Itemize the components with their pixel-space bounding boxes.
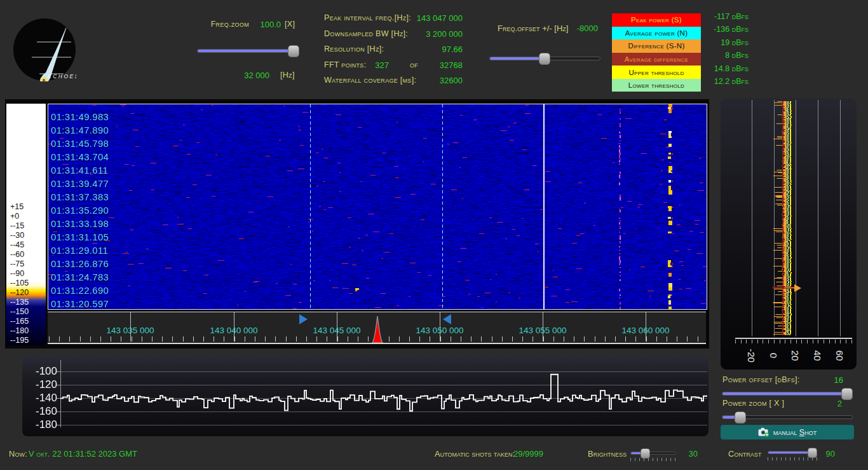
stat-downsampled-bw-value: 3 200 000 (356, 29, 463, 39)
db-scale-label: --135 (10, 298, 42, 307)
waterfall-canvas[interactable] (48, 104, 707, 310)
contrast-label: Contrast (728, 449, 761, 459)
power-axis-label: 40 (807, 349, 829, 363)
waterfall-timestamp: 01:31:29.011 (51, 245, 108, 256)
logo-text: ECHOES (48, 73, 76, 79)
db-scale-label: --165 (10, 317, 42, 326)
spectrum-canvas (22, 356, 709, 436)
frequency-axis: 143 035 000 143 040 000 143 045 000 143 … (48, 312, 706, 344)
power-zoom-value: 2 (823, 399, 842, 408)
slider-handle[interactable] (841, 388, 853, 400)
waterfall-timestamp: 01:31:22.690 (51, 285, 109, 296)
now-value: V окт. 22 01:31:52 2023 GMT (29, 449, 137, 459)
power-offset-slider[interactable] (722, 388, 853, 399)
legend-button-upper-threshold[interactable]: Upper threshold (612, 66, 701, 79)
freq-zoom-label: Freq.zoom (191, 20, 249, 29)
waterfall-timestamp: 01:31:26.876 (51, 258, 109, 270)
db-scale-label: +0 (10, 212, 42, 221)
now-label: Now: (9, 449, 27, 459)
db-scale-label: --120 (10, 288, 42, 297)
freq-tick-label: 143 050 000 (402, 326, 478, 335)
stat-resolution-value: 97.66 (356, 45, 463, 54)
slider-handle[interactable] (539, 53, 550, 65)
freq-offset-label: Freq.offset +/- [Hz] (498, 24, 568, 33)
stat-fft-points-total: 32768 (407, 60, 463, 70)
freq-zoom-slider[interactable] (197, 45, 299, 56)
slider-handle[interactable] (288, 45, 299, 57)
camera-icon (758, 427, 770, 437)
freq-zoom-unit: [X] (285, 20, 295, 29)
spectrum-y-label: -180 (24, 418, 57, 431)
slider-handle[interactable] (641, 448, 650, 459)
freq-span-value: 32 000 (241, 71, 269, 80)
power-zoom-slider[interactable] (722, 411, 853, 422)
waterfall-timestamp: 01:31:39.477 (51, 178, 109, 190)
reading-lower-threshold: 12.2 dBfs (699, 77, 749, 86)
power-profile-canvas (722, 100, 855, 336)
power-offset-label: Power offset [dBfs]: (722, 375, 800, 384)
legend-label: Upper threshold (628, 69, 684, 76)
spectrum-y-label: -160 (24, 405, 57, 418)
db-scale-label: --75 (10, 259, 42, 268)
peak-interval-start-marker[interactable] (299, 314, 308, 324)
legend-button-lower-threshold[interactable]: Lower threshold (612, 79, 701, 92)
freq-zoom-value: 100.0 (253, 20, 281, 29)
reading-average-power: -136 dBfs (699, 25, 749, 34)
power-zoom-label: Power zoom [ X ] (722, 399, 784, 408)
legend-button-difference[interactable]: Difference (S-N) (612, 39, 701, 53)
waterfall-timestamp: 01:31:43.704 (51, 151, 109, 163)
stat-waterfall-coverage-value: 32600 (356, 76, 463, 85)
waterfall-timestamp: 01:31:24.783 (51, 272, 109, 283)
freq-tick-label: 143 045 000 (299, 326, 375, 335)
brightness-label: Brightness (588, 449, 627, 459)
spectrum-y-label: -100 (24, 365, 57, 378)
freq-tick-label: 143 060 000 (607, 326, 684, 335)
db-scale-label: --180 (10, 326, 42, 335)
spectrum-y-label: -120 (24, 378, 57, 391)
freq-tick-label: 143 055 000 (505, 326, 581, 335)
brightness-value: 30 (677, 449, 698, 459)
waterfall-timestamp: 01:31:20.597 (51, 298, 109, 310)
db-scale-label: --150 (10, 307, 42, 316)
legend-button-average-power[interactable]: Average power (N) (612, 27, 701, 40)
manual-shot-button[interactable]: manual Shot (721, 425, 854, 439)
power-axis-line (735, 338, 852, 339)
power-axis-label: -20 (741, 349, 763, 363)
db-scale-label: --195 (10, 336, 42, 345)
slider-handle[interactable] (808, 448, 817, 458)
db-scale-label: --30 (10, 231, 42, 240)
db-scale-label: --60 (10, 250, 42, 259)
reading-difference: 19 dBfs (699, 38, 749, 47)
legend-label: Average power (N) (625, 29, 688, 37)
waterfall-timestamp: 01:31:33.198 (51, 218, 109, 230)
slider-fill (198, 50, 297, 52)
legend-button-average-difference[interactable]: Average difference (612, 53, 701, 66)
stat-peak-interval-value: 143 047 000 (356, 13, 463, 23)
power-axis-label: 60 (829, 349, 851, 363)
db-scale-label: --105 (10, 279, 42, 287)
waterfall-timestamp: 01:31:37.383 (51, 191, 109, 203)
shot-button-label: manual Shot (773, 428, 817, 437)
contrast-slider[interactable] (768, 448, 817, 457)
power-axis-label: 20 (785, 349, 806, 363)
db-scale-label: +15 (10, 202, 42, 211)
slider-handle[interactable] (735, 411, 746, 424)
waterfall-timestamp: 01:31:31.105 (51, 232, 109, 243)
contrast-value: 90 (818, 449, 835, 459)
waterfall-timestamp: 01:31:35.290 (51, 205, 109, 216)
freq-offset-slider[interactable] (489, 53, 600, 64)
freq-tick-label: 143 040 000 (196, 326, 272, 335)
freq-offset-value: -8000 (573, 24, 598, 33)
brightness-slider[interactable] (630, 448, 676, 457)
slider-fill (722, 392, 844, 395)
spectrum-y-label: -140 (24, 392, 57, 404)
legend-button-peak-power[interactable]: Peak power (S) (612, 13, 701, 27)
peak-frequency-marker (372, 315, 383, 343)
peak-interval-end-marker[interactable] (443, 314, 451, 324)
slider-fill (768, 452, 811, 453)
db-scale-label: --15 (10, 221, 42, 230)
stat-fft-points-value: 327 (356, 60, 389, 70)
shots-taken-value: 29/9999 (513, 449, 543, 459)
db-scale-label: --45 (10, 240, 42, 249)
waterfall-timestamp: 01:31:47.890 (51, 125, 109, 136)
